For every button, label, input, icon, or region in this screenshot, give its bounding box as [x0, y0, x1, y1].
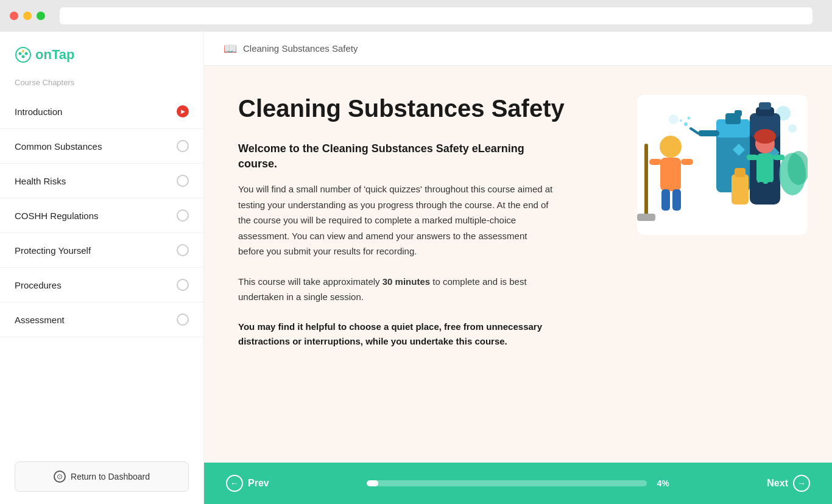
svg-rect-12 — [735, 110, 742, 116]
tip-text: You may find it helpful to choose a quie… — [238, 320, 555, 349]
svg-rect-31 — [637, 214, 655, 221]
svg-rect-25 — [660, 158, 681, 191]
course-title-label: Cleaning Substances Safety — [243, 43, 358, 54]
paragraph-2-bold: 30 minutes — [383, 276, 430, 287]
svg-line-15 — [691, 128, 698, 133]
welcome-heading: Welcome to the Cleaning Substances Safet… — [238, 141, 555, 172]
chapter-status-health-risks — [177, 175, 189, 187]
next-icon: → — [793, 475, 810, 492]
paragraph-2: This course will take approximately 30 m… — [238, 274, 555, 305]
svg-point-0 — [16, 47, 30, 62]
chapter-label: Introduction — [15, 107, 62, 117]
return-icon: ⊙ — [54, 471, 66, 483]
svg-rect-34 — [756, 153, 774, 184]
svg-point-3 — [25, 52, 28, 55]
sidebar-item-introduction[interactable]: Introduction — [0, 94, 203, 129]
svg-rect-37 — [758, 182, 764, 203]
sidebar-item-coshh-regulations[interactable]: COSHH Regulations — [0, 198, 203, 233]
svg-rect-35 — [747, 155, 758, 160]
svg-rect-29 — [672, 189, 681, 211]
chapter-status-assessment — [177, 313, 189, 326]
chapter-status-common-substances — [177, 140, 189, 152]
chapter-status-protecting-yourself — [177, 244, 189, 256]
progress-percent: 4% — [657, 478, 669, 488]
svg-point-6 — [788, 124, 797, 133]
chapter-list: Introduction Common Substances Health Ri… — [0, 94, 203, 449]
progress-bar-fill — [367, 480, 378, 486]
book-icon: 📖 — [224, 42, 237, 55]
main-content: 📖 Cleaning Substances Safety — [204, 32, 832, 504]
sidebar-item-protecting-yourself[interactable]: Protecting Yourself — [0, 233, 203, 268]
close-button[interactable] — [10, 12, 18, 20]
content-area: Cleaning Substances Safety Welcome to th… — [204, 66, 832, 463]
sidebar-item-health-risks[interactable]: Health Risks — [0, 164, 203, 198]
sidebar-item-common-substances[interactable]: Common Substances — [0, 129, 203, 164]
svg-rect-27 — [681, 159, 693, 165]
svg-rect-30 — [644, 144, 648, 217]
chapter-status-procedures — [177, 279, 189, 291]
chapter-label: Assessment — [15, 315, 65, 325]
prev-label: Prev — [248, 478, 269, 489]
svg-point-1 — [19, 52, 22, 55]
bottom-nav: ← Prev 4% Next → — [204, 463, 832, 504]
progress-bar-track — [367, 480, 647, 486]
prev-icon: ← — [226, 475, 243, 492]
prev-button[interactable]: ← Prev — [224, 470, 272, 497]
svg-rect-26 — [649, 159, 661, 165]
svg-point-16 — [684, 122, 688, 126]
maximize-button[interactable] — [37, 12, 45, 20]
chapter-status-coshh-regulations — [177, 209, 189, 222]
svg-point-8 — [669, 114, 679, 124]
svg-point-33 — [754, 129, 776, 144]
next-label: Next — [767, 478, 788, 489]
return-button-label: Return to Dashboard — [71, 472, 150, 481]
svg-point-2 — [22, 50, 24, 52]
logo-text: onTap — [35, 47, 74, 63]
svg-point-4 — [22, 55, 25, 58]
content-card: Cleaning Substances Safety Welcome to th… — [204, 66, 832, 463]
paragraph-1: You will find a small number of 'quick q… — [238, 181, 555, 259]
svg-rect-38 — [767, 182, 774, 203]
svg-point-24 — [660, 136, 682, 158]
return-to-dashboard-button[interactable]: ⊙ Return to Dashboard — [15, 461, 189, 492]
paragraph-2-prefix: This course will take approximately — [238, 276, 383, 287]
progress-section: 4% — [272, 478, 765, 488]
minimize-button[interactable] — [23, 12, 32, 20]
address-bar[interactable] — [60, 7, 813, 24]
chapter-status-introduction — [177, 105, 189, 117]
svg-point-18 — [688, 117, 691, 120]
chapter-label: Procedures — [15, 280, 62, 290]
sidebar: onTap Course Chapters Introduction Commo… — [0, 32, 204, 504]
svg-rect-28 — [661, 189, 670, 211]
app-container: onTap Course Chapters Introduction Commo… — [0, 32, 832, 504]
svg-point-17 — [680, 119, 682, 122]
svg-rect-41 — [732, 174, 749, 205]
title-bar — [0, 0, 832, 32]
next-button[interactable]: Next → — [764, 470, 813, 497]
sidebar-item-assessment[interactable]: Assessment — [0, 303, 203, 337]
chapter-label: COSHH Regulations — [15, 211, 99, 221]
course-illustration — [637, 95, 808, 235]
svg-rect-42 — [735, 168, 746, 177]
chapter-label: Protecting Yourself — [15, 245, 91, 256]
logo-icon — [15, 46, 32, 63]
logo: onTap — [0, 46, 203, 78]
svg-rect-14 — [698, 130, 719, 136]
chapter-label: Common Substances — [15, 141, 102, 152]
sidebar-section-label: Course Chapters — [0, 78, 203, 94]
top-bar: 📖 Cleaning Substances Safety — [204, 32, 832, 66]
chapter-label: Health Risks — [15, 176, 66, 186]
svg-rect-22 — [759, 102, 771, 110]
sidebar-item-procedures[interactable]: Procedures — [0, 268, 203, 303]
